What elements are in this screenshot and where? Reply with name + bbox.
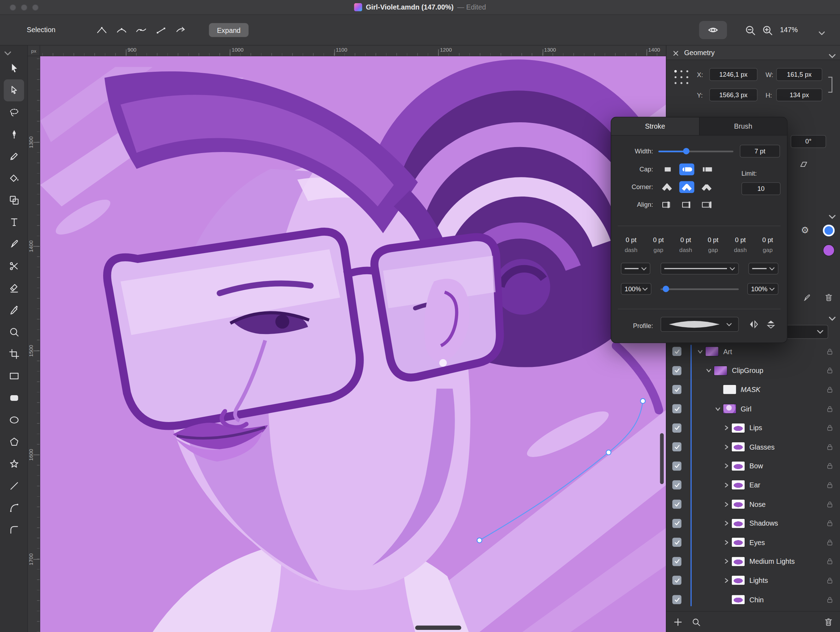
- layer-chevron-icon[interactable]: [724, 540, 729, 545]
- eyedropper-tool[interactable]: [4, 299, 24, 321]
- layer-row[interactable]: ClipGroup: [666, 361, 840, 380]
- flip-vertical-button[interactable]: [764, 318, 777, 331]
- link-dimensions-icon[interactable]: [827, 75, 834, 94]
- dash-value[interactable]: 0 pt: [673, 236, 698, 244]
- paintbrush-tool[interactable]: [4, 233, 24, 255]
- tab-stroke[interactable]: Stroke: [611, 117, 699, 135]
- pressure-start-dropdown[interactable]: 100%: [621, 283, 651, 295]
- zoom-level-value[interactable]: 147%: [780, 26, 797, 34]
- layer-visibility-checkbox[interactable]: [672, 481, 681, 490]
- tab-brush[interactable]: Brush: [699, 117, 787, 135]
- dash-field[interactable]: 0 ptdash: [673, 236, 698, 253]
- canvas-horizontal-scrollbar[interactable]: [415, 626, 461, 630]
- lock-icon[interactable]: [826, 423, 834, 432]
- path-node[interactable]: [606, 450, 611, 455]
- ruler-vertical[interactable]: 13001400150016001700: [28, 56, 40, 632]
- rounded-rectangle-tool[interactable]: [4, 387, 24, 409]
- limit-field[interactable]: 10: [741, 182, 781, 195]
- eraser-tool[interactable]: [4, 277, 24, 299]
- pencil-tool[interactable]: [4, 145, 24, 167]
- width-field[interactable]: 7 pt: [740, 144, 780, 157]
- layer-row[interactable]: Lips: [666, 418, 840, 437]
- ruler-unit-label[interactable]: px: [28, 46, 40, 56]
- layer-visibility-checkbox[interactable]: [672, 423, 681, 432]
- profile-dropdown[interactable]: [660, 317, 739, 331]
- dash-value[interactable]: 0 pt: [728, 236, 753, 244]
- layer-row[interactable]: Glasses: [666, 437, 840, 456]
- lock-icon[interactable]: [826, 366, 834, 375]
- layer-row[interactable]: Ear: [666, 475, 840, 494]
- align-center-button[interactable]: [679, 199, 694, 211]
- reverse-curve-button[interactable]: [175, 24, 187, 36]
- layer-visibility-checkbox[interactable]: [672, 404, 681, 413]
- layer-thumbnail[interactable]: [731, 556, 745, 567]
- layer-chevron-icon[interactable]: [724, 425, 729, 431]
- cap-butt-button[interactable]: [660, 164, 674, 175]
- line-tool[interactable]: [4, 475, 24, 497]
- layer-thumbnail[interactable]: [722, 385, 736, 395]
- align-inside-button[interactable]: [660, 199, 674, 211]
- shear-icon[interactable]: [799, 160, 808, 169]
- layer-thumbnail[interactable]: [722, 404, 736, 414]
- dash-value[interactable]: 0 pt: [646, 236, 671, 244]
- flip-horizontal-button[interactable]: [747, 318, 760, 331]
- section-chevron-icon[interactable]: [829, 212, 836, 217]
- layer-chevron-icon[interactable]: [724, 502, 729, 507]
- layer-chevron-icon[interactable]: [724, 578, 729, 583]
- layer-chevron-icon[interactable]: [706, 368, 711, 373]
- lock-icon[interactable]: [826, 576, 834, 584]
- layer-thumbnail[interactable]: [731, 461, 745, 471]
- layer-chevron-icon[interactable]: [715, 406, 720, 412]
- sharp-node-button[interactable]: [95, 24, 108, 36]
- layer-thumbnail[interactable]: [731, 537, 745, 548]
- dash-value[interactable]: 0 pt: [755, 236, 780, 244]
- pressure-end-dropdown[interactable]: 100%: [747, 283, 778, 295]
- polygon-tool[interactable]: [4, 431, 24, 453]
- layer-row[interactable]: Nose: [666, 494, 840, 513]
- join-curves-button[interactable]: [155, 24, 167, 36]
- layer-row[interactable]: Bow: [666, 456, 840, 475]
- line-style-dropdown[interactable]: [660, 263, 739, 274]
- layer-visibility-checkbox[interactable]: [672, 462, 681, 471]
- layer-thumbnail[interactable]: [731, 594, 745, 605]
- zoom-chevron-down-icon[interactable]: [818, 28, 825, 32]
- lock-icon[interactable]: [826, 519, 834, 527]
- layer-visibility-checkbox[interactable]: [672, 385, 681, 394]
- corner-tool[interactable]: [4, 519, 24, 541]
- pressure-slider-handle[interactable]: [663, 286, 669, 292]
- zoom-in-button[interactable]: [762, 25, 774, 36]
- layer-thumbnail[interactable]: [731, 442, 745, 452]
- layer-visibility-checkbox[interactable]: [672, 557, 681, 566]
- lock-icon[interactable]: [826, 462, 834, 470]
- lock-icon[interactable]: [826, 385, 834, 394]
- shape-builder-tool[interactable]: [4, 189, 24, 211]
- width-slider[interactable]: [658, 145, 733, 157]
- scissors-tool[interactable]: [4, 255, 24, 277]
- star-tool[interactable]: [4, 453, 24, 475]
- zoom-window-button[interactable]: [32, 4, 38, 11]
- path-node[interactable]: [477, 538, 482, 543]
- layer-row[interactable]: Art: [666, 342, 840, 361]
- zoom-tool[interactable]: [4, 321, 24, 343]
- dash-field[interactable]: 0 ptgap: [646, 236, 671, 253]
- layer-thumbnail[interactable]: [731, 499, 745, 509]
- close-button[interactable]: [9, 4, 16, 11]
- dash-field[interactable]: 0 ptgap: [755, 236, 780, 253]
- fill-color-swatch[interactable]: [823, 245, 834, 256]
- layer-thumbnail[interactable]: [705, 346, 719, 356]
- ellipse-tool[interactable]: [4, 409, 24, 431]
- layer-visibility-checkbox[interactable]: [672, 500, 681, 509]
- layer-thumbnail[interactable]: [731, 518, 745, 528]
- layer-chevron-icon[interactable]: [724, 483, 729, 488]
- cap-round-button[interactable]: [679, 164, 694, 175]
- layer-row[interactable]: MASK: [666, 380, 840, 399]
- lock-icon[interactable]: [826, 347, 834, 356]
- layer-row[interactable]: Eyes: [666, 533, 840, 552]
- layer-visibility-checkbox[interactable]: [672, 442, 681, 452]
- layer-chevron-icon[interactable]: [724, 559, 729, 564]
- layer-visibility-checkbox[interactable]: [672, 366, 681, 375]
- stroke-color-swatch[interactable]: [823, 225, 834, 236]
- crop-tool[interactable]: [4, 343, 24, 365]
- lock-icon[interactable]: [826, 481, 834, 489]
- search-layers-button[interactable]: [691, 617, 701, 627]
